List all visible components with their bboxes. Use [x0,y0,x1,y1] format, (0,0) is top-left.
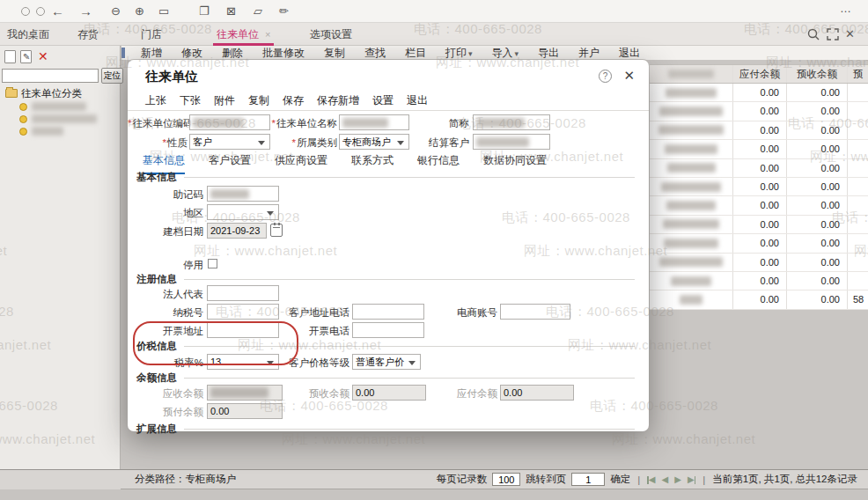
last-page-icon[interactable]: ▶ [688,474,695,484]
zoom-in-icon[interactable]: ⊕ [135,3,144,20]
window-dot-icon[interactable] [36,7,45,16]
table-row[interactable]: 0.000.00 [650,102,868,121]
tax-no-input[interactable] [207,304,279,320]
table-row[interactable]: 0.000.00 [650,84,868,102]
ecom-account-input[interactable] [500,304,570,320]
column-header-prepaid[interactable]: 预 [848,65,868,83]
rotate-icon[interactable]: ▱ [254,3,262,20]
zoom-out-icon[interactable]: ⊖ [111,3,121,20]
disabled-checkbox[interactable] [208,259,217,268]
toolbar-并户[interactable]: 并户 [578,46,600,61]
dialog-toolbar-保存[interactable]: 保存 [283,93,304,109]
back-icon[interactable]: ← [51,3,64,20]
abbr-input[interactable] [473,114,550,130]
new-category-icon[interactable] [4,50,16,63]
mnemonic-input[interactable] [207,186,279,202]
region-select[interactable] [207,204,279,220]
toolbar-栏目[interactable]: 栏目 [405,46,426,61]
tree-item-2[interactable] [19,113,97,125]
name-input[interactable] [339,114,409,130]
dialog-close-icon[interactable]: ✕ [623,68,635,84]
browser-tab-3[interactable]: 门店 [141,23,162,46]
table-row[interactable]: 0.000.00 [650,234,868,253]
more-icon[interactable]: … [840,0,851,18]
prepaid-input[interactable]: 0.00 [207,403,283,419]
window-dot-icon[interactable] [21,7,30,16]
pane-splitter-handle[interactable] [121,48,125,58]
dialog-toolbar-保存新增[interactable]: 保存新增 [317,93,359,109]
dialog-toolbar-设置[interactable]: 设置 [372,93,394,109]
table-row[interactable]: 0.000.00 [650,216,868,234]
invoice-addr-input[interactable] [207,322,279,338]
tab-close-icon[interactable]: × [265,29,270,40]
payable-input[interactable]: 0.00 [500,385,574,401]
browser-tab-1[interactable]: 我的桌面 [7,23,49,46]
column-header-prereceived[interactable]: 预收余额 [787,65,848,83]
category-select[interactable]: 专柜商场户 [339,134,409,150]
toolbar-打印[interactable]: 打印▾ [445,46,473,61]
invoice-tel-input[interactable] [352,322,424,338]
toolbar-导出[interactable]: 导出 [538,46,559,61]
settle-customer-input[interactable] [473,134,550,150]
table-row[interactable]: 0.000.00 [650,254,868,272]
dialog-toolbar: 上张下张附件复制保存保存新增设置退出 [145,93,428,109]
tax-rate-select[interactable]: 13 [207,354,279,370]
toolbar-复制[interactable]: 复制 [324,46,345,61]
prev-page-icon[interactable]: ◀ [662,474,669,484]
create-date-input[interactable]: 2021-09-23 [207,223,267,239]
tree-root-category[interactable]: 往来单位分类 [5,87,82,100]
confirm-page-button[interactable]: 确定 [610,473,630,486]
legal-rep-input[interactable] [207,285,279,301]
forward-icon[interactable]: → [79,3,92,20]
page-size-input[interactable] [492,473,520,486]
toolbar-批量修改[interactable]: 批量修改 [262,46,305,61]
tree-item-3[interactable] [19,125,63,137]
toolbar-修改[interactable]: 修改 [181,46,202,61]
text-select-icon[interactable]: ⊠ [226,3,236,20]
table-row[interactable]: 0.000.00 [650,140,868,158]
toolbar-导入[interactable]: 导入▾ [492,46,519,61]
table-row[interactable]: 0.000.00 [650,159,868,178]
column-header-name[interactable] [650,65,733,83]
browser-tab-5[interactable]: 选项设置 [310,23,352,46]
browser-tab-2[interactable]: 存货 [77,23,99,46]
dialog-toolbar-附件[interactable]: 附件 [214,93,235,109]
delete-category-icon[interactable]: ✕ [38,49,48,63]
toolbar-查找[interactable]: 查找 [364,46,386,61]
browser-tab-4[interactable]: 往来单位× [217,23,270,46]
edit-category-icon[interactable]: ✎ [20,50,32,63]
price-level-select[interactable]: 普通客户价 [352,354,421,370]
cust-addr-input[interactable] [352,304,424,320]
table-row[interactable]: 0.000.0058 [650,290,868,309]
windows-icon[interactable]: ❐ [199,3,210,20]
prereceived-input[interactable]: 0.00 [352,385,426,401]
table-row[interactable]: 0.000.00 [650,272,868,290]
tree-item-1[interactable] [19,100,86,113]
help-icon[interactable]: ? [599,70,612,83]
toolbar-退出[interactable]: 退出 [619,46,640,61]
dialog-toolbar-下张[interactable]: 下张 [180,93,201,109]
category-search-input[interactable] [2,69,99,83]
dialog-toolbar-复制[interactable]: 复制 [248,93,269,109]
search-icon[interactable] [806,27,820,41]
goto-page-input[interactable] [571,473,605,486]
table-row[interactable]: 0.000.00 [650,178,868,196]
code-input[interactable] [189,114,270,130]
dialog-toolbar-退出[interactable]: 退出 [407,93,428,109]
table-row[interactable]: 0.000.00 [650,196,868,215]
column-header-payable[interactable]: 应付余额 [733,65,787,83]
fullscreen-icon[interactable] [826,27,840,41]
nature-select[interactable]: 客户 [189,134,270,150]
receivable-input[interactable] [207,385,283,401]
locate-button[interactable]: 定位 [101,68,123,84]
next-page-icon[interactable]: ▶ [674,474,681,484]
table-row[interactable]: 0.000.00 [650,121,868,140]
calendar-icon[interactable] [270,224,283,237]
close-icon[interactable]: ✕ [845,27,859,41]
toolbar-删除[interactable]: 删除 [222,46,243,61]
dialog-toolbar-上张[interactable]: 上张 [145,93,166,109]
first-page-icon[interactable]: ◀ [647,474,655,484]
toolbar-新增[interactable]: 新增 [141,46,162,61]
screenshot-icon[interactable]: ▭ [158,3,169,20]
tools-icon[interactable]: ✏ [279,3,289,20]
